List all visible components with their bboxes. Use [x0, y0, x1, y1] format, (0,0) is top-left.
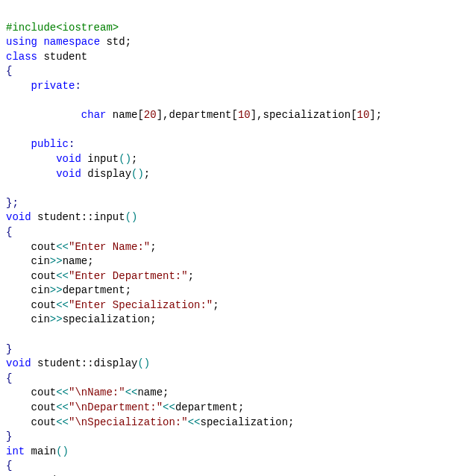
code-line: cout<<"\nName:"<<name;	[6, 386, 446, 401]
code-line: {	[6, 225, 446, 240]
code-line: char name[20],department[10],specializat…	[6, 108, 446, 123]
code-line: }	[6, 342, 446, 357]
code-line: public:	[6, 137, 446, 152]
code-line: cin>>specialization;	[6, 313, 446, 328]
code-line: {	[6, 64, 446, 79]
code-line: class student	[6, 50, 446, 65]
code-block: #include<iostream>using namespace std;cl…	[6, 21, 446, 476]
code-line: using namespace std;	[6, 35, 446, 50]
code-line: {	[6, 372, 446, 386]
code-line: cout<<"\nSpecialization:"<<specializatio…	[6, 416, 446, 430]
code-line: #include<iostream>	[6, 21, 446, 36]
code-line: }	[6, 430, 446, 445]
code-line	[6, 181, 446, 196]
code-line: void student::display()	[6, 357, 446, 372]
code-line: };	[6, 196, 446, 211]
code-line	[6, 94, 446, 109]
code-line: void display();	[6, 167, 446, 182]
code-line: {	[6, 459, 446, 474]
code-line	[6, 328, 446, 342]
code-line: int main()	[6, 445, 446, 460]
code-line: void student::input()	[6, 210, 446, 225]
code-line: void input();	[6, 152, 446, 167]
code-line: private:	[6, 79, 446, 94]
code-line: cin>>department;	[6, 284, 446, 298]
code-line: cin>>name;	[6, 254, 446, 269]
code-line	[6, 123, 446, 138]
code-line: cout<<"Enter Specialization:";	[6, 298, 446, 313]
code-line: cout<<"Enter Department:";	[6, 269, 446, 284]
code-line: cout<<"\nDepartment:"<<department;	[6, 401, 446, 416]
code-line: cout<<"Enter Name:";	[6, 240, 446, 255]
